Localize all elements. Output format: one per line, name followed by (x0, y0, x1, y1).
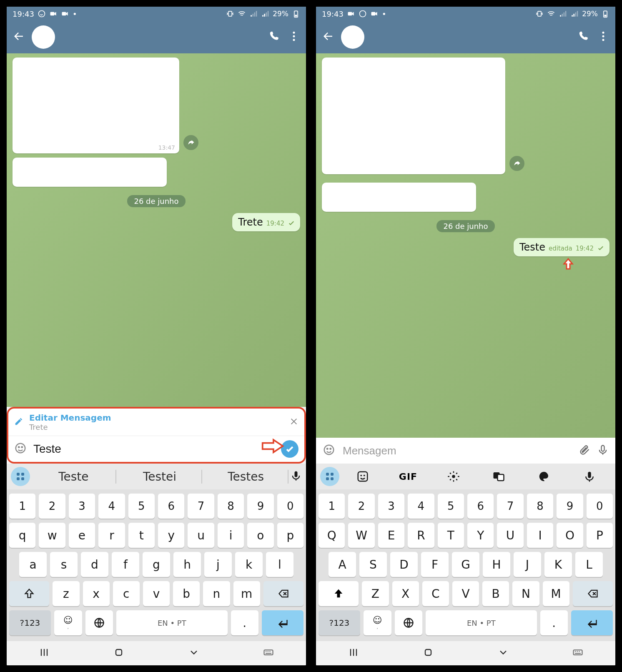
key-j[interactable]: J (514, 552, 541, 577)
key-h[interactable]: h (173, 552, 201, 577)
space-key[interactable]: EN • PT (116, 610, 227, 635)
incoming-bubble[interactable]: 13:47 (13, 58, 179, 153)
shift-key[interactable] (319, 581, 359, 606)
more-menu-button[interactable] (597, 30, 609, 44)
settings-button[interactable] (431, 470, 475, 483)
symbols-key[interactable]: ?123 (9, 610, 51, 635)
key-g[interactable]: G (452, 552, 479, 577)
key-4[interactable]: 4 (98, 494, 125, 519)
shift-key[interactable] (9, 581, 49, 606)
key-f[interactable]: f (112, 552, 139, 577)
key-3[interactable]: 3 (378, 494, 404, 519)
forward-button[interactable] (183, 135, 198, 150)
key-e[interactable]: e (69, 523, 95, 548)
emoji-comma-key[interactable]: ☺, (364, 610, 391, 635)
key-k[interactable]: K (544, 552, 572, 577)
forward-button[interactable] (509, 156, 524, 171)
key-m[interactable]: m (233, 581, 260, 606)
key-4[interactable]: 4 (408, 494, 434, 519)
space-key[interactable]: EN • PT (426, 610, 537, 635)
key-6[interactable]: 6 (158, 494, 184, 519)
key-h[interactable]: H (483, 552, 510, 577)
confirm-edit-button[interactable] (281, 440, 298, 458)
key-u[interactable]: u (188, 523, 214, 548)
key-2[interactable]: 2 (39, 494, 65, 519)
key-d[interactable]: d (81, 552, 108, 577)
emoji-button[interactable] (14, 442, 27, 456)
key-w[interactable]: w (39, 523, 65, 548)
key-w[interactable]: W (348, 523, 374, 548)
key-1[interactable]: 1 (319, 494, 345, 519)
home-button[interactable] (113, 647, 125, 660)
key-i[interactable]: i (218, 523, 244, 548)
backspace-key[interactable] (573, 581, 613, 606)
key-y[interactable]: y (158, 523, 184, 548)
gif-button[interactable]: GIF (386, 471, 430, 482)
key-0[interactable]: 0 (277, 494, 303, 519)
back-button[interactable] (322, 30, 334, 44)
keyboard-toggle-button[interactable] (263, 647, 274, 660)
message-input[interactable] (33, 442, 275, 456)
more-menu-button[interactable] (288, 30, 300, 44)
key-j[interactable]: j (204, 552, 232, 577)
suggestion-2[interactable]: Testei (118, 470, 203, 484)
back-nav-button[interactable] (497, 647, 509, 660)
home-button[interactable] (422, 647, 434, 660)
enter-key[interactable] (571, 610, 613, 635)
key-x[interactable]: x (83, 581, 110, 606)
key-k[interactable]: k (235, 552, 263, 577)
chat-area[interactable]: 13:47 26 de junho Trete 19:42 (7, 53, 306, 407)
key-v[interactable]: V (452, 581, 479, 606)
key-t[interactable]: t (128, 523, 155, 548)
key-n[interactable]: n (203, 581, 230, 606)
key-c[interactable]: C (422, 581, 449, 606)
key-9[interactable]: 9 (247, 494, 273, 519)
emoji-comma-key[interactable]: ☺, (54, 610, 82, 635)
key-e[interactable]: E (378, 523, 404, 548)
theme-button[interactable] (522, 470, 566, 483)
key-c[interactable]: c (113, 581, 140, 606)
key-t[interactable]: T (438, 523, 464, 548)
key-p[interactable]: p (277, 523, 303, 548)
recents-button[interactable] (348, 647, 359, 660)
back-nav-button[interactable] (188, 647, 200, 660)
emoji-button[interactable] (323, 444, 335, 458)
voice-input-button[interactable] (290, 470, 302, 483)
key-9[interactable]: 9 (557, 494, 583, 519)
key-v[interactable]: v (143, 581, 170, 606)
key-n[interactable]: N (512, 581, 539, 606)
key-f[interactable]: F (421, 552, 449, 577)
key-0[interactable]: 0 (587, 494, 613, 519)
key-2[interactable]: 2 (348, 494, 374, 519)
keyboard-toggle-button[interactable] (572, 647, 584, 660)
backspace-key[interactable] (263, 581, 303, 606)
back-button[interactable] (13, 30, 25, 44)
sent-bubble[interactable]: Teste editada 19:42 (514, 238, 609, 256)
key-q[interactable]: q (9, 523, 35, 548)
key-a[interactable]: A (329, 552, 356, 577)
incoming-bubble-2[interactable] (13, 158, 167, 187)
language-key[interactable] (395, 610, 423, 635)
key-5[interactable]: 5 (128, 494, 155, 519)
sticker-button[interactable] (341, 470, 385, 483)
translate-button[interactable] (477, 470, 521, 483)
key-z[interactable]: Z (362, 581, 389, 606)
key-7[interactable]: 7 (497, 494, 523, 519)
period-key[interactable]: . (540, 610, 568, 635)
avatar[interactable] (341, 25, 364, 49)
key-g[interactable]: g (143, 552, 170, 577)
chat-area[interactable]: 26 de junho Teste editada 19:42 (316, 53, 615, 438)
key-b[interactable]: B (482, 581, 509, 606)
key-x[interactable]: X (392, 581, 419, 606)
key-d[interactable]: D (390, 552, 418, 577)
sent-bubble[interactable]: Trete 19:42 (232, 213, 300, 231)
cancel-edit-button[interactable] (289, 417, 298, 428)
key-o[interactable]: o (247, 523, 273, 548)
recents-button[interactable] (38, 647, 50, 660)
key-s[interactable]: s (50, 552, 78, 577)
key-a[interactable]: a (19, 552, 47, 577)
key-m[interactable]: M (543, 581, 569, 606)
key-p[interactable]: P (587, 523, 613, 548)
keyboard-grid-button[interactable] (11, 467, 30, 486)
message-input[interactable] (342, 444, 572, 458)
